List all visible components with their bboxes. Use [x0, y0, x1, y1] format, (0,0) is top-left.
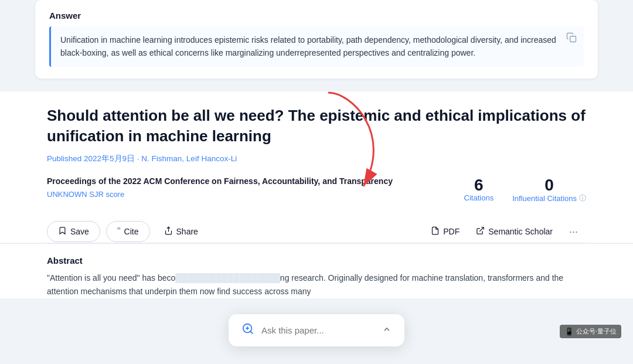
watermark: 📱 公众号·量子位 — [560, 325, 621, 338]
paper-details-row: Proceedings of the 2022 ACM Conference o… — [47, 176, 586, 203]
paper-title: Should attention be all we need? The epi… — [47, 106, 586, 147]
cite-label: Cite — [124, 227, 139, 236]
semantic-scholar-button[interactable]: Semantic Scholar — [468, 222, 561, 241]
more-icon: ··· — [569, 226, 578, 238]
sjr-score: UNKNOWN SJR score — [47, 190, 464, 199]
svg-line-5 — [250, 331, 253, 334]
share-button[interactable]: Share — [156, 222, 206, 241]
answer-text: Unification in machine learning introduc… — [60, 33, 560, 60]
paper-meta: Published 2022年5月9日 · N. Fishman, Leif H… — [47, 154, 586, 164]
share-label: Share — [176, 227, 198, 236]
citations-label: Citations — [464, 193, 494, 202]
abstract-section: Abstract "Attention is all you need" has… — [0, 243, 633, 298]
cite-button[interactable]: " Cite — [106, 221, 150, 242]
cite-icon: " — [117, 226, 121, 237]
citations-number: 6 — [464, 177, 494, 193]
save-button[interactable]: Save — [47, 221, 100, 242]
info-icon[interactable]: ⓘ — [579, 193, 586, 203]
pdf-icon — [431, 226, 440, 237]
external-link-icon — [476, 226, 485, 237]
ask-paper-floating — [229, 314, 404, 346]
pdf-label: PDF — [443, 227, 460, 236]
chevron-up-icon[interactable] — [382, 325, 392, 336]
answer-content-box: Unification in machine learning introduc… — [49, 26, 584, 67]
answer-section: Answer Unification in machine learning i… — [35, 0, 598, 79]
influential-citations-item: 0 Influential Citations ⓘ — [512, 177, 586, 203]
svg-rect-0 — [570, 36, 576, 42]
bookmark-icon — [58, 226, 67, 237]
influential-citations-number: 0 — [512, 177, 586, 193]
svg-line-2 — [480, 227, 484, 232]
ask-paper-icon — [241, 322, 254, 338]
pdf-button[interactable]: PDF — [423, 222, 468, 241]
influential-citations-label: Influential Citations ⓘ — [512, 193, 586, 203]
paper-section: Should attention be all we need? The epi… — [0, 91, 633, 243]
more-button[interactable]: ··· — [561, 221, 586, 243]
answer-label: Answer — [49, 11, 584, 21]
wechat-icon: 📱 — [564, 327, 574, 336]
actions-row: Save " Cite Share — [47, 212, 586, 243]
page-wrapper: Answer Unification in machine learning i… — [0, 0, 633, 364]
semantic-scholar-label: Semantic Scholar — [488, 227, 553, 236]
save-label: Save — [70, 227, 89, 236]
abstract-label: Abstract — [47, 256, 586, 266]
venue-name: Proceedings of the 2022 ACM Conference o… — [47, 176, 464, 188]
citations-block: 6 Citations 0 Influential Citations ⓘ — [464, 176, 586, 203]
share-icon — [164, 226, 173, 237]
watermark-text: 公众号·量子位 — [576, 327, 617, 336]
ask-paper-input[interactable] — [261, 325, 375, 335]
copy-icon[interactable] — [566, 32, 577, 45]
citations-item: 6 Citations — [464, 177, 494, 202]
paper-venue: Proceedings of the 2022 ACM Conference o… — [47, 176, 464, 199]
abstract-text: "Attention is all you need" has beco████… — [47, 271, 586, 298]
